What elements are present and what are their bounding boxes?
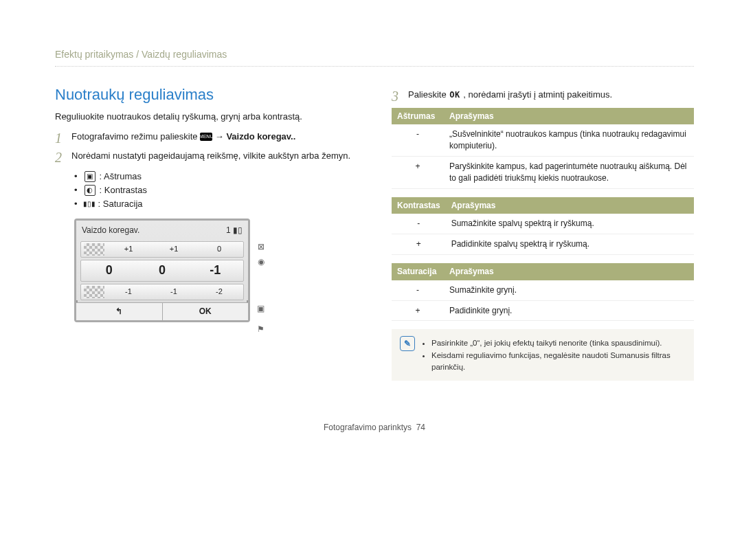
- lcd-row-mid: 00-1: [80, 260, 244, 282]
- side-icon-3: ▣: [257, 303, 265, 315]
- step1-prefix: Fotografavimo režimu palieskite: [71, 131, 200, 142]
- note-box: ✎ Pasirinkite „0“, jei jokių efektų taik…: [392, 329, 694, 380]
- menu-icon: MENU: [200, 133, 212, 141]
- lcd-row-bot: -1-1-2: [80, 284, 244, 300]
- saturation-icon: ▮▯▮: [85, 199, 94, 209]
- step-1: 1 Fotografavimo režimu palieskite MENU →…: [55, 131, 357, 146]
- th-desc: Aprašymas: [444, 263, 694, 280]
- table-contrast: Kontrastas Aprašymas -Sumažinkite spalvų…: [392, 197, 694, 255]
- sharpness-icon: ▣: [85, 171, 95, 182]
- lcd-title: Vaizdo koregav.: [82, 225, 139, 236]
- step2-text: Norėdami nustatyti pageidaujamą reikšmę,…: [71, 150, 357, 165]
- step-number: 1: [55, 131, 66, 146]
- lcd-preview: Vaizdo koregav. 1 ▮▯ +1+10 00-1 -1-1-2: [74, 219, 250, 322]
- th-sharp: Aštrumas: [392, 108, 444, 125]
- table-row: +Paryškinkite kampus, kad pagerintumėte …: [392, 156, 694, 188]
- adjust-bullets: ▣: Aštrumas ◐: Kontrastas ▮▯▮: Saturacij…: [74, 170, 357, 211]
- bullet-saturation: : Saturacija: [98, 198, 143, 210]
- step-3: 3 Palieskite OK , norėdami įrašyti į atm…: [392, 89, 694, 104]
- table-sharpness: Aštrumas Aprašymas -„Sušvelninkite“ nuot…: [392, 108, 694, 189]
- step-number: 3: [392, 89, 403, 104]
- lcd-battery: 1 ▮▯: [226, 225, 243, 236]
- page-footer: Fotografavimo parinktys 74: [55, 422, 694, 434]
- note-item: Pasirinkite „0“, jei jokių efektų taikyt…: [431, 337, 686, 348]
- table-saturation: Saturacija Aprašymas -Sumažinkite grynį.…: [392, 263, 694, 321]
- th-contrast: Kontrastas: [392, 197, 446, 214]
- step1-target: Vaizdo koregav..: [226, 131, 295, 142]
- side-icon-2: ◉: [258, 256, 265, 268]
- contrast-icon: ◐: [85, 185, 95, 196]
- th-desc: Aprašymas: [446, 197, 694, 214]
- lcd-back-button: ↰: [76, 303, 163, 320]
- section-title: Nuotraukų reguliavimas: [55, 85, 357, 106]
- breadcrumb: Efektų pritaikymas / Vaizdų reguliavimas: [55, 48, 694, 67]
- note-item: Keisdami reguliavimo funkcijas, negalėsi…: [431, 350, 686, 372]
- ok-icon: OK: [449, 89, 460, 101]
- table-row: -„Sušvelninkite“ nuotraukos kampus (tink…: [392, 124, 694, 156]
- lcd-ok-button: OK: [163, 303, 249, 320]
- th-saturation: Saturacija: [392, 263, 444, 280]
- table-row: +Padidinkite grynį.: [392, 300, 694, 321]
- step-number: 2: [55, 150, 66, 165]
- step-2: 2 Norėdami nustatyti pageidaujamą reikšm…: [55, 150, 357, 165]
- step3-prefix: Palieskite: [408, 89, 449, 100]
- th-desc: Aprašymas: [444, 108, 694, 125]
- bullet-sharpness: : Aštrumas: [100, 170, 142, 183]
- intro-text: Reguliuokite nuotraukos detalių ryškumą,…: [55, 111, 357, 123]
- bullet-contrast: : Kontrastas: [100, 184, 147, 197]
- arrow-icon: →: [215, 131, 227, 142]
- table-row: -Sumažinkite spalvų spektrą ir ryškumą.: [392, 214, 694, 234]
- side-icon-1: ⊠: [258, 241, 265, 253]
- table-row: -Sumažinkite grynį.: [392, 280, 694, 300]
- table-row: +Padidinkite spalvų spektrą ir ryškumą.: [392, 234, 694, 255]
- step3-suffix: , norėdami įrašyti į atmintį pakeitimus.: [463, 89, 612, 100]
- side-icon-4: ⚑: [257, 324, 265, 335]
- lcd-row-top: +1+10: [80, 241, 244, 258]
- info-icon: ✎: [400, 336, 415, 351]
